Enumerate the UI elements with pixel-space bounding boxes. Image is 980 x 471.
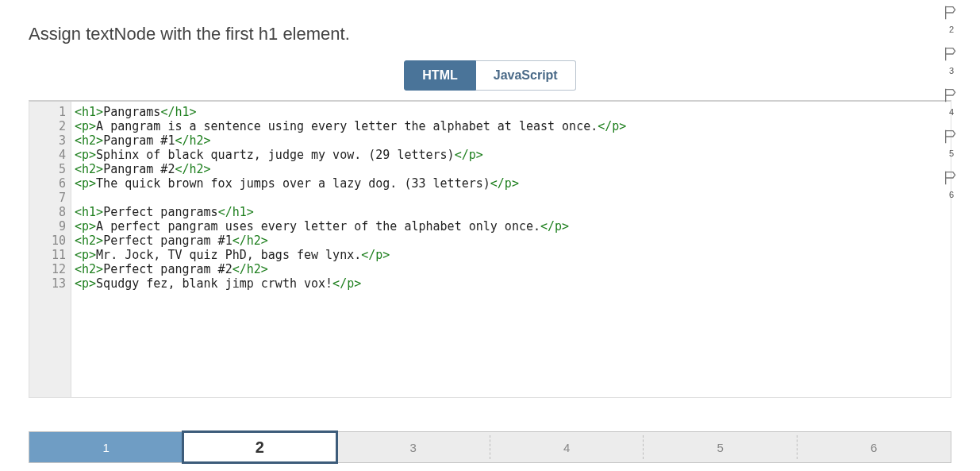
code-editor[interactable]: 12345678910111213 <h1>Pangrams</h1><p>A …	[29, 100, 951, 398]
code-text: Perfect pangram #1	[103, 234, 233, 248]
flag-question-4[interactable]: 4	[937, 87, 966, 117]
editor-gutter: 12345678910111213	[29, 102, 71, 397]
flag-question-5[interactable]: 5	[937, 128, 966, 158]
code-text: Squdgy fez, blank jimp crwth vox!	[96, 276, 332, 291]
code-tag: <p>	[75, 148, 96, 162]
flag-label: 3	[949, 66, 954, 75]
flag-icon	[943, 128, 960, 145]
code-line[interactable]: <p>The quick brown fox jumps over a lazy…	[75, 176, 951, 191]
code-text: Perfect pangram #2	[103, 262, 233, 276]
nav-item-5[interactable]: 5	[644, 432, 797, 462]
code-tag: </h1>	[160, 105, 196, 119]
code-tag: <p>	[75, 248, 96, 262]
flag-question-6[interactable]: 6	[937, 169, 966, 199]
code-tag: <h2>	[75, 262, 103, 276]
code-line[interactable]: <p>Sphinx of black quartz, judge my vow.…	[75, 148, 951, 162]
code-tag: <h2>	[75, 133, 103, 148]
code-line[interactable]: <h1>Pangrams</h1>	[75, 105, 951, 119]
code-tag: <p>	[75, 276, 96, 291]
nav-item-6[interactable]: 6	[797, 432, 951, 462]
tab-javascript[interactable]: JavaScript	[476, 60, 576, 91]
code-text: A pangram is a sentence using every lett…	[96, 119, 598, 133]
code-line[interactable]: <p>A pangram is a sentence using every l…	[75, 119, 951, 133]
code-text: The quick brown fox jumps over a lazy do…	[96, 176, 490, 191]
code-text: A perfect pangram uses every letter of t…	[96, 219, 540, 234]
code-tag: </p>	[598, 119, 626, 133]
editor-tabs: HTML JavaScript	[0, 60, 980, 91]
flag-icon	[943, 87, 960, 104]
tab-html[interactable]: HTML	[404, 60, 475, 91]
flag-label: 2	[949, 25, 954, 34]
nav-item-2[interactable]: 2	[183, 432, 337, 462]
nav-item-1[interactable]: 1	[29, 432, 183, 462]
flag-icon	[943, 4, 960, 21]
code-tag: </p>	[361, 248, 390, 262]
code-line[interactable]: <p>A perfect pangram uses every letter o…	[75, 219, 951, 234]
nav-item-3[interactable]: 3	[336, 432, 490, 462]
code-tag: <p>	[75, 176, 96, 191]
code-tag: <p>	[75, 119, 96, 133]
code-tag: </p>	[490, 176, 519, 191]
code-tag: </p>	[540, 219, 569, 234]
code-tag: </h2>	[175, 162, 210, 176]
flag-icon	[943, 45, 960, 63]
code-tag: <h2>	[75, 234, 103, 248]
flag-label: 6	[949, 190, 954, 199]
flag-label: 5	[949, 149, 954, 158]
code-line[interactable]: <p>Squdgy fez, blank jimp crwth vox!</p>	[75, 276, 951, 291]
flag-label: 4	[949, 107, 954, 117]
code-tag: <h1>	[75, 105, 103, 119]
code-tag: </p>	[455, 148, 483, 162]
code-tag: </h2>	[233, 262, 268, 276]
flag-question-2[interactable]: 2	[937, 4, 966, 34]
code-line[interactable]: <p>Mr. Jock, TV quiz PhD, bags few lynx.…	[75, 248, 951, 262]
code-text: Pangram #1	[103, 133, 175, 148]
code-text: Perfect pangrams	[103, 205, 218, 219]
code-tag: <h2>	[75, 162, 103, 176]
code-tag: <p>	[75, 219, 96, 234]
nav-item-4[interactable]: 4	[490, 432, 644, 462]
code-text: Sphinx of black quartz, judge my vow. (2…	[96, 148, 455, 162]
question-text: Assign textNode with the first h1 elemen…	[29, 24, 980, 44]
code-tag: </h2>	[175, 133, 210, 148]
code-line[interactable]: <h2>Perfect pangram #2</h2>	[75, 262, 951, 276]
code-text: Mr. Jock, TV quiz PhD, bags few lynx.	[96, 248, 361, 262]
code-line[interactable]: <h2>Pangram #2</h2>	[75, 162, 951, 176]
code-line[interactable]: <h2>Perfect pangram #1</h2>	[75, 234, 951, 248]
code-tag: </p>	[332, 276, 361, 291]
page-root: Assign textNode with the first h1 elemen…	[0, 0, 980, 471]
flag-icon	[943, 169, 960, 187]
code-tag: </h2>	[233, 234, 268, 248]
code-tag: <h1>	[75, 205, 103, 219]
flag-sidebar: 23456	[937, 4, 966, 210]
question-nav: 123456	[29, 431, 951, 463]
editor-code-area[interactable]: <h1>Pangrams</h1><p>A pangram is a sente…	[71, 102, 951, 397]
code-text: Pangrams	[103, 105, 160, 119]
code-line[interactable]: <h2>Pangram #1</h2>	[75, 133, 951, 148]
flag-question-3[interactable]: 3	[937, 45, 966, 75]
code-line[interactable]: <h1>Perfect pangrams</h1>	[75, 205, 951, 219]
code-text: Pangram #2	[103, 162, 175, 176]
code-tag: </h1>	[218, 205, 254, 219]
code-line[interactable]	[75, 191, 951, 205]
